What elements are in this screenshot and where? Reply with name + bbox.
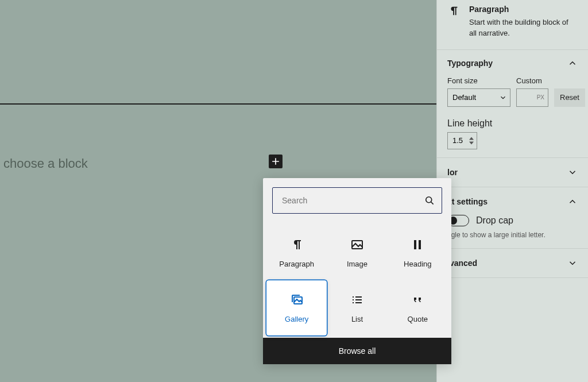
add-block-button[interactable]	[269, 155, 283, 168]
text-settings-panel-toggle[interactable]: xt settings	[447, 196, 578, 207]
color-panel: lor	[437, 158, 588, 187]
block-item-list[interactable]: List	[327, 280, 387, 335]
color-panel-toggle[interactable]: lor	[447, 167, 578, 178]
block-item-image[interactable]: Image	[327, 225, 387, 280]
search-input[interactable]	[272, 187, 442, 214]
drop-cap-label: Drop cap	[476, 215, 513, 226]
stepper-icon[interactable]	[469, 136, 475, 146]
paragraph-icon	[447, 5, 461, 18]
browse-all-button[interactable]: Browse all	[263, 338, 451, 364]
line-height-label: Line height	[447, 118, 492, 128]
empty-block-placeholder[interactable]: choose a block	[3, 156, 88, 171]
block-item-paragraph[interactable]: Paragraph	[266, 225, 327, 280]
paragraph-icon	[290, 238, 304, 252]
block-name: Paragraph	[469, 5, 578, 14]
settings-sidebar: Paragraph Start with the building block …	[436, 0, 588, 382]
chevron-down-icon	[567, 167, 578, 178]
chevron-up-icon	[567, 58, 578, 68]
typography-panel: Typography Font size Default Custom	[437, 50, 588, 158]
drop-cap-hint: ggle to show a large initial letter.	[447, 231, 578, 239]
reset-button[interactable]: Reset	[554, 88, 585, 107]
advanced-panel: lvanced	[437, 249, 588, 278]
gallery-icon	[290, 293, 304, 307]
block-item-heading[interactable]: Heading	[388, 225, 448, 280]
image-icon	[350, 238, 364, 252]
chevron-up-icon	[567, 196, 578, 207]
custom-size-input[interactable]	[516, 88, 548, 107]
block-item-gallery[interactable]: Gallery	[266, 280, 327, 335]
font-size-select[interactable]: Default	[447, 88, 510, 107]
spacer-block-divider	[0, 103, 436, 105]
font-size-label: Font size	[447, 76, 510, 85]
text-settings-panel: xt settings Drop cap ggle to show a larg…	[437, 187, 588, 249]
heading-icon	[411, 238, 424, 252]
block-item-quote[interactable]: Quote	[388, 280, 448, 335]
chevron-down-icon	[567, 258, 578, 268]
advanced-panel-toggle[interactable]: lvanced	[447, 258, 578, 268]
typography-panel-toggle[interactable]: Typography	[447, 58, 578, 68]
quote-icon	[411, 293, 424, 307]
custom-size-label: Custom	[516, 76, 548, 85]
block-description: Start with the building block of all nar…	[469, 17, 578, 39]
list-icon	[350, 293, 364, 307]
block-info-header: Paragraph Start with the building block …	[437, 0, 588, 50]
block-inserter-popover: Paragraph Image Heading Gallery Lis	[263, 178, 451, 364]
